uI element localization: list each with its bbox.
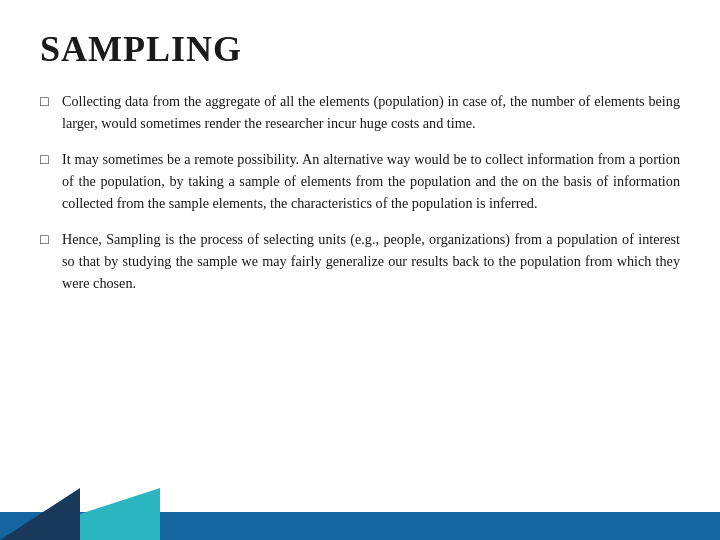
bottom-dark-triangle bbox=[0, 488, 80, 540]
bullet-symbol-2: □ bbox=[40, 149, 62, 171]
content-area: □ Collecting data from the aggregate of … bbox=[0, 80, 720, 328]
bullet-symbol-1: □ bbox=[40, 91, 62, 113]
bullet-text-2: It may sometimes be a remote possibility… bbox=[62, 148, 680, 214]
slide-container: SAMPLING □ Collecting data from the aggr… bbox=[0, 0, 720, 540]
bottom-decoration bbox=[0, 488, 720, 540]
bullet-text-3: Hence, Sampling is the process of select… bbox=[62, 228, 680, 294]
bullet-item-2: □ It may sometimes be a remote possibili… bbox=[40, 148, 680, 214]
bullet-item-1: □ Collecting data from the aggregate of … bbox=[40, 90, 680, 134]
bullet-item-3: □ Hence, Sampling is the process of sele… bbox=[40, 228, 680, 294]
bullet-text-1: Collecting data from the aggregate of al… bbox=[62, 90, 680, 134]
slide-title: SAMPLING bbox=[0, 0, 720, 80]
bullet-symbol-3: □ bbox=[40, 229, 62, 251]
